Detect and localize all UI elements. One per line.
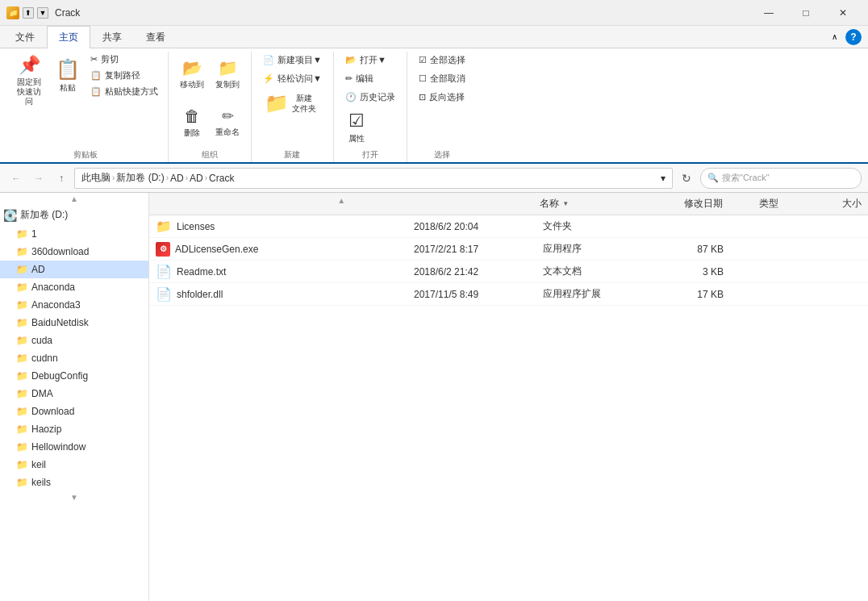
- breadcrumb-item[interactable]: 此电脑: [81, 171, 111, 185]
- refresh-button[interactable]: ↻: [676, 168, 697, 189]
- back-button[interactable]: ←: [6, 169, 26, 188]
- copy-path-button[interactable]: 📋 复制路径: [87, 68, 161, 83]
- paste-button[interactable]: 📋 粘贴: [50, 52, 86, 100]
- sidebar-item-ad[interactable]: 📁 AD: [0, 261, 148, 278]
- table-row[interactable]: 📄 Readme.txt 2018/6/2 21:42 文本文档 3 KB: [149, 261, 868, 283]
- search-placeholder: 搜索"Crack": [722, 172, 770, 184]
- forward-button[interactable]: →: [29, 169, 48, 188]
- column-header-size[interactable]: 大小: [819, 197, 868, 211]
- search-icon: 🔍: [707, 173, 719, 183]
- main-layout: ▲ 💽 新加卷 (D:) 📁 1 📁 360download 📁 AD 📁 An…: [0, 193, 868, 601]
- help-btn[interactable]: ?: [845, 29, 862, 45]
- drive-icon: 💽: [3, 209, 17, 222]
- folder-icon: 📁: [16, 282, 28, 293]
- column-header-name[interactable]: 名称 ▼: [533, 197, 678, 211]
- ribbon-collapse-btn[interactable]: ∧: [826, 29, 842, 45]
- open-icon: 📂: [345, 55, 357, 65]
- scroll-up-indicator[interactable]: ▲: [0, 193, 148, 205]
- history-button[interactable]: 🕐 历史记录: [340, 89, 400, 106]
- tab-home[interactable]: 主页: [47, 26, 90, 48]
- sidebar-item-root[interactable]: 💽 新加卷 (D:): [0, 205, 148, 225]
- properties-button[interactable]: ☑ 属性: [340, 107, 373, 148]
- select-all-button[interactable]: ☑ 全部选择: [414, 52, 470, 69]
- breadcrumb-item[interactable]: 新加卷 (D:): [116, 171, 164, 185]
- tab-file[interactable]: 文件: [3, 26, 47, 48]
- file-type: 文本文档: [536, 265, 649, 278]
- breadcrumb-item[interactable]: Crack: [209, 173, 234, 184]
- sidebar-item-1[interactable]: 📁 1: [0, 225, 148, 243]
- sidebar-item-debugconfig[interactable]: 📁 DebugConfig: [0, 367, 148, 385]
- file-date: 2017/2/21 8:17: [407, 244, 536, 255]
- breadcrumb-item[interactable]: AD: [190, 173, 203, 184]
- open-button[interactable]: 📂 打开▼: [340, 52, 391, 69]
- sidebar-item-download[interactable]: 📁 Download: [0, 403, 148, 420]
- address-dropdown-btn[interactable]: ▾: [661, 173, 666, 184]
- maximize-button[interactable]: □: [787, 0, 824, 26]
- rename-button[interactable]: ✏ 重命名: [211, 101, 244, 145]
- ribbon-group-clipboard: 📌 固定到 快速访问 📋 粘贴 ✂ 剪切 📋 复制路径: [3, 52, 169, 162]
- sidebar-item-cudnn[interactable]: 📁 cudnn: [0, 349, 148, 367]
- file-size: 17 KB: [649, 289, 730, 300]
- folder-icon: 📁: [16, 441, 28, 453]
- table-row[interactable]: 📄 shfolder.dll 2017/11/5 8:49 应用程序扩展 17 …: [149, 283, 868, 306]
- window-icon: 📁: [6, 6, 19, 19]
- folder-icon: 📁: [16, 228, 28, 240]
- new-folder-button[interactable]: 📁 新建 文件夹: [258, 89, 323, 118]
- copy-to-button[interactable]: 📁 复制到: [211, 52, 244, 96]
- new-buttons: 📄 新建项目▼ ⚡ 轻松访问▼ 📁 新建 文件夹: [258, 52, 327, 148]
- select-group-label: 选择: [414, 149, 470, 161]
- qs-icon-2[interactable]: ▼: [37, 7, 48, 19]
- folder-icon: 📁: [16, 246, 28, 257]
- column-header-date[interactable]: 修改日期: [678, 197, 753, 211]
- breadcrumb-item[interactable]: AD: [170, 173, 184, 184]
- table-row[interactable]: 📁 Licenses 2018/6/2 20:04 文件夹: [149, 215, 868, 238]
- pin-to-quickaccess-button[interactable]: 📌 固定到 快速访问: [10, 52, 48, 110]
- search-box[interactable]: 🔍 搜索"Crack": [700, 168, 862, 189]
- txt-icon: 📄: [156, 264, 172, 279]
- folder-icon: 📁: [16, 353, 28, 364]
- minimize-button[interactable]: —: [750, 0, 787, 26]
- open-group-label: 打开: [340, 149, 400, 161]
- select-none-button[interactable]: ☐ 全部取消: [414, 70, 470, 87]
- easy-access-button[interactable]: ⚡ 轻松访问▼: [258, 70, 327, 87]
- close-button[interactable]: ✕: [824, 0, 862, 26]
- edit-button[interactable]: ✏ 编辑: [340, 70, 378, 87]
- filelist-header: ▲ 名称 ▼ 修改日期 类型 大小: [149, 193, 868, 215]
- tab-view[interactable]: 查看: [134, 26, 177, 48]
- ribbon: 文件 主页 共享 查看 ∧ ? 📌 固定到 快速访问 📋 粘贴: [0, 26, 868, 164]
- sidebar-item-anaconda3[interactable]: 📁 Anaconda3: [0, 296, 148, 314]
- invert-selection-button[interactable]: ⊡ 反向选择: [414, 89, 469, 106]
- move-to-button[interactable]: 📂 移动到: [175, 52, 209, 96]
- sort-arrow: ▼: [562, 200, 569, 207]
- qs-icon-1[interactable]: ⬆: [23, 7, 34, 19]
- clipboard-group-label: 剪贴板: [10, 149, 161, 161]
- folder-icon: 📁: [16, 264, 28, 275]
- easy-access-icon: ⚡: [263, 73, 274, 84]
- folder-icon: 📁: [16, 424, 28, 435]
- folder-icon: 📁: [16, 370, 28, 382]
- up-button[interactable]: ↑: [52, 169, 71, 188]
- delete-button[interactable]: 🗑 删除: [175, 101, 209, 145]
- sidebar: ▲ 💽 新加卷 (D:) 📁 1 📁 360download 📁 AD 📁 An…: [0, 193, 149, 601]
- sidebar-item-haozip[interactable]: 📁 Haozip: [0, 420, 148, 438]
- sidebar-item-cuda[interactable]: 📁 cuda: [0, 332, 148, 349]
- column-header-type[interactable]: 类型: [753, 197, 819, 211]
- table-row[interactable]: ⚙ ADLicenseGen.exe 2017/2/21 8:17 应用程序 8…: [149, 238, 868, 261]
- sidebar-item-anaconda[interactable]: 📁 Anaconda: [0, 278, 148, 296]
- titlebar-controls: — □ ✕: [750, 0, 862, 26]
- cut-button[interactable]: ✂ 剪切: [87, 52, 161, 67]
- paste-shortcut-button[interactable]: 📋 粘贴快捷方式: [87, 84, 161, 99]
- sidebar-item-hellowindow[interactable]: 📁 Hellowindow: [0, 438, 148, 456]
- sidebar-item-keils[interactable]: 📁 keils: [0, 474, 148, 491]
- sidebar-item-360download[interactable]: 📁 360download: [0, 243, 148, 261]
- tab-share[interactable]: 共享: [90, 26, 134, 48]
- organize-buttons: 📂 移动到 📁 复制到 🗑 删除 ✏ 重命名: [175, 52, 244, 148]
- rename-icon: ✏: [222, 107, 234, 125]
- sidebar-item-dma[interactable]: 📁 DMA: [0, 385, 148, 403]
- new-item-button[interactable]: 📄 新建项目▼: [258, 52, 327, 69]
- sidebar-item-baidunetdisk[interactable]: 📁 BaiduNetdisk: [0, 314, 148, 332]
- folder-icon: 📁: [16, 459, 28, 470]
- sidebar-item-keil[interactable]: 📁 keil: [0, 456, 148, 474]
- scroll-down-indicator[interactable]: ▼: [0, 491, 148, 503]
- address-box[interactable]: 此电脑 › 新加卷 (D:) › AD › AD › Crack ▾: [74, 168, 673, 189]
